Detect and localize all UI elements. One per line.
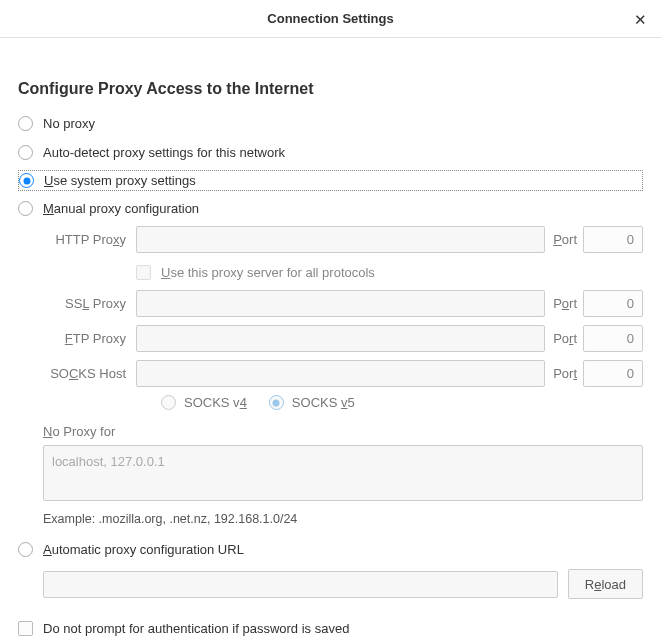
ssl-proxy-label: SSL Proxy [43,296,136,311]
radio-icon [161,395,176,410]
radio-icon [269,395,284,410]
option-manual[interactable]: Manual proxy configuration [18,197,643,220]
title-bar: Connection Settings ✕ [0,0,661,38]
no-proxy-for-label: No Proxy for [43,424,643,439]
close-icon[interactable]: ✕ [630,7,651,30]
ftp-port-input[interactable] [583,325,643,352]
socks-v4-label: SOCKS v4 [184,395,247,410]
footer-options: Do not prompt for authentication if pass… [18,617,643,638]
radio-icon [18,145,33,160]
option-label: Automatic proxy configuration URL [43,542,244,557]
option-label: Use system proxy settings [44,173,196,188]
dialog-title: Connection Settings [267,11,393,26]
no-proxy-for-input[interactable] [43,445,643,501]
pac-row: Reload [43,569,643,599]
share-proxy-row[interactable]: Use this proxy server for all protocols [43,261,643,284]
socks-version-row: SOCKS v4 SOCKS v5 [43,395,643,410]
radio-icon [19,173,34,188]
socks-host-row: SOCKS Host Port [43,360,643,387]
http-proxy-row: HTTP Proxy Port [43,226,643,253]
no-prompt-label: Do not prompt for authentication if pass… [43,621,349,636]
ftp-proxy-input[interactable] [136,325,545,352]
page-heading: Configure Proxy Access to the Internet [18,80,643,98]
pac-url-input[interactable] [43,571,558,598]
ssl-proxy-row: SSL Proxy Port [43,290,643,317]
port-label: Port [545,296,583,311]
port-label: Port [545,331,583,346]
option-auto-detect[interactable]: Auto-detect proxy settings for this netw… [18,141,643,164]
socks-port-input[interactable] [583,360,643,387]
checkbox-icon [18,621,33,636]
port-label: Port [545,232,583,247]
checkbox-icon [136,265,151,280]
socks-v5-label: SOCKS v5 [292,395,355,410]
option-auto-url[interactable]: Automatic proxy configuration URL [18,538,643,561]
no-proxy-example: Example: .mozilla.org, .net.nz, 192.168.… [43,512,643,526]
manual-section: HTTP Proxy Port Use this proxy server fo… [18,226,643,526]
socks-v5-option[interactable]: SOCKS v5 [269,395,355,410]
ftp-proxy-label: FTP Proxy [43,331,136,346]
socks-host-label: SOCKS Host [43,366,136,381]
http-port-input[interactable] [583,226,643,253]
radio-icon [18,116,33,131]
reload-button[interactable]: Reload [568,569,643,599]
option-use-system[interactable]: Use system proxy settings [18,170,643,191]
radio-icon [18,201,33,216]
option-no-proxy[interactable]: No proxy [18,112,643,135]
port-label: Port [545,366,583,381]
option-label: Auto-detect proxy settings for this netw… [43,145,285,160]
http-proxy-label: HTTP Proxy [43,232,136,247]
ssl-port-input[interactable] [583,290,643,317]
no-prompt-row[interactable]: Do not prompt for authentication if pass… [18,617,643,638]
socks-v4-option[interactable]: SOCKS v4 [161,395,247,410]
http-proxy-input[interactable] [136,226,545,253]
socks-host-input[interactable] [136,360,545,387]
ftp-proxy-row: FTP Proxy Port [43,325,643,352]
option-label: No proxy [43,116,95,131]
option-label: Manual proxy configuration [43,201,199,216]
share-proxy-label: Use this proxy server for all protocols [161,265,375,280]
radio-icon [18,542,33,557]
dialog-content: Configure Proxy Access to the Internet N… [0,38,661,638]
ssl-proxy-input[interactable] [136,290,545,317]
